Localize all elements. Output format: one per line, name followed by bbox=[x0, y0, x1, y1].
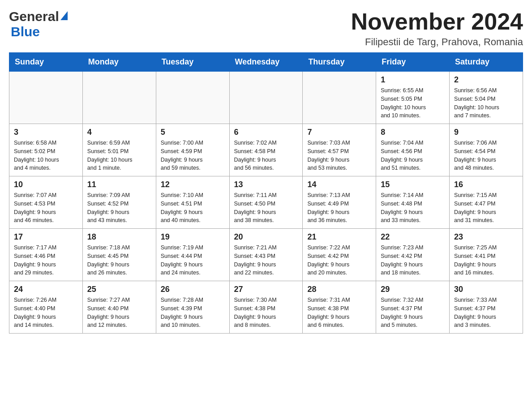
day-info: Sunrise: 7:26 AM Sunset: 4:40 PM Dayligh… bbox=[14, 296, 78, 330]
calendar-cell: 26Sunrise: 7:28 AM Sunset: 4:39 PM Dayli… bbox=[156, 281, 229, 334]
day-number: 28 bbox=[307, 285, 371, 294]
calendar-cell: 14Sunrise: 7:13 AM Sunset: 4:49 PM Dayli… bbox=[303, 176, 376, 229]
day-number: 25 bbox=[87, 285, 151, 294]
calendar-week-3: 10Sunrise: 7:07 AM Sunset: 4:53 PM Dayli… bbox=[9, 176, 523, 229]
calendar-cell: 6Sunrise: 7:02 AM Sunset: 4:58 PM Daylig… bbox=[229, 124, 303, 176]
col-wednesday: Wednesday bbox=[229, 53, 303, 72]
day-number: 14 bbox=[307, 180, 371, 189]
day-info: Sunrise: 7:11 AM Sunset: 4:50 PM Dayligh… bbox=[234, 191, 298, 225]
day-info: Sunrise: 7:02 AM Sunset: 4:58 PM Dayligh… bbox=[234, 139, 298, 172]
calendar-cell: 11Sunrise: 7:09 AM Sunset: 4:52 PM Dayli… bbox=[82, 176, 156, 229]
day-info: Sunrise: 7:23 AM Sunset: 4:42 PM Dayligh… bbox=[381, 244, 445, 277]
day-info: Sunrise: 6:55 AM Sunset: 5:05 PM Dayligh… bbox=[381, 86, 445, 120]
calendar-cell: 17Sunrise: 7:17 AM Sunset: 4:46 PM Dayli… bbox=[9, 229, 83, 281]
day-info: Sunrise: 7:30 AM Sunset: 4:38 PM Dayligh… bbox=[234, 296, 298, 330]
day-number: 5 bbox=[161, 128, 225, 137]
calendar-table: Sunday Monday Tuesday Wednesday Thursday… bbox=[9, 52, 523, 334]
calendar-cell: 1Sunrise: 6:55 AM Sunset: 5:05 PM Daylig… bbox=[376, 72, 450, 124]
day-info: Sunrise: 7:10 AM Sunset: 4:51 PM Dayligh… bbox=[161, 191, 225, 225]
calendar-week-4: 17Sunrise: 7:17 AM Sunset: 4:46 PM Dayli… bbox=[9, 229, 523, 281]
calendar-cell bbox=[9, 72, 83, 124]
day-number: 10 bbox=[14, 180, 78, 189]
day-info: Sunrise: 7:03 AM Sunset: 4:57 PM Dayligh… bbox=[307, 139, 371, 172]
day-number: 18 bbox=[87, 232, 151, 242]
page-header: General Blue November 2024 Filipestii de… bbox=[9, 9, 523, 48]
day-info: Sunrise: 6:56 AM Sunset: 5:04 PM Dayligh… bbox=[454, 86, 518, 120]
calendar-cell: 27Sunrise: 7:30 AM Sunset: 4:38 PM Dayli… bbox=[229, 281, 303, 334]
logo-general: General bbox=[9, 9, 59, 24]
calendar-cell: 4Sunrise: 6:59 AM Sunset: 5:01 PM Daylig… bbox=[82, 124, 156, 176]
calendar-week-5: 24Sunrise: 7:26 AM Sunset: 4:40 PM Dayli… bbox=[9, 281, 523, 334]
calendar-cell: 12Sunrise: 7:10 AM Sunset: 4:51 PM Dayli… bbox=[156, 176, 229, 229]
calendar-cell bbox=[82, 72, 156, 124]
day-number: 13 bbox=[234, 180, 298, 189]
calendar-cell bbox=[156, 72, 229, 124]
day-number: 23 bbox=[454, 232, 518, 242]
day-info: Sunrise: 7:18 AM Sunset: 4:45 PM Dayligh… bbox=[87, 244, 151, 277]
day-number: 7 bbox=[307, 128, 371, 137]
day-info: Sunrise: 7:21 AM Sunset: 4:43 PM Dayligh… bbox=[234, 244, 298, 277]
calendar-cell: 7Sunrise: 7:03 AM Sunset: 4:57 PM Daylig… bbox=[303, 124, 376, 176]
day-info: Sunrise: 7:25 AM Sunset: 4:41 PM Dayligh… bbox=[454, 244, 518, 277]
day-number: 21 bbox=[307, 232, 371, 242]
day-number: 12 bbox=[161, 180, 225, 189]
calendar-cell bbox=[303, 72, 376, 124]
day-number: 19 bbox=[161, 232, 225, 242]
col-thursday: Thursday bbox=[303, 53, 376, 72]
calendar-cell: 9Sunrise: 7:06 AM Sunset: 4:54 PM Daylig… bbox=[450, 124, 523, 176]
day-number: 20 bbox=[234, 232, 298, 242]
calendar-cell: 16Sunrise: 7:15 AM Sunset: 4:47 PM Dayli… bbox=[450, 176, 523, 229]
day-number: 22 bbox=[381, 232, 445, 242]
day-info: Sunrise: 7:09 AM Sunset: 4:52 PM Dayligh… bbox=[87, 191, 151, 225]
calendar-header-row: Sunday Monday Tuesday Wednesday Thursday… bbox=[9, 53, 523, 72]
calendar-cell: 13Sunrise: 7:11 AM Sunset: 4:50 PM Dayli… bbox=[229, 176, 303, 229]
page-subtitle: Filipestii de Targ, Prahova, Romania bbox=[351, 36, 523, 48]
calendar-cell: 23Sunrise: 7:25 AM Sunset: 4:41 PM Dayli… bbox=[450, 229, 523, 281]
calendar-cell: 2Sunrise: 6:56 AM Sunset: 5:04 PM Daylig… bbox=[450, 72, 523, 124]
day-info: Sunrise: 7:32 AM Sunset: 4:37 PM Dayligh… bbox=[381, 296, 445, 330]
day-info: Sunrise: 7:07 AM Sunset: 4:53 PM Dayligh… bbox=[14, 191, 78, 225]
day-info: Sunrise: 6:58 AM Sunset: 5:02 PM Dayligh… bbox=[14, 139, 78, 172]
day-number: 8 bbox=[381, 128, 445, 137]
calendar-cell: 29Sunrise: 7:32 AM Sunset: 4:37 PM Dayli… bbox=[376, 281, 450, 334]
calendar-cell: 25Sunrise: 7:27 AM Sunset: 4:40 PM Dayli… bbox=[82, 281, 156, 334]
logo-arrow-icon bbox=[60, 11, 68, 20]
calendar-cell: 24Sunrise: 7:26 AM Sunset: 4:40 PM Dayli… bbox=[9, 281, 83, 334]
calendar-cell: 15Sunrise: 7:14 AM Sunset: 4:48 PM Dayli… bbox=[376, 176, 450, 229]
calendar-week-1: 1Sunrise: 6:55 AM Sunset: 5:05 PM Daylig… bbox=[9, 72, 523, 124]
calendar-cell: 10Sunrise: 7:07 AM Sunset: 4:53 PM Dayli… bbox=[9, 176, 83, 229]
day-info: Sunrise: 7:19 AM Sunset: 4:44 PM Dayligh… bbox=[161, 244, 225, 277]
calendar-cell: 30Sunrise: 7:33 AM Sunset: 4:37 PM Dayli… bbox=[450, 281, 523, 334]
day-info: Sunrise: 7:06 AM Sunset: 4:54 PM Dayligh… bbox=[454, 139, 518, 172]
day-info: Sunrise: 7:00 AM Sunset: 4:59 PM Dayligh… bbox=[161, 139, 225, 172]
day-number: 2 bbox=[454, 75, 518, 85]
calendar-cell: 18Sunrise: 7:18 AM Sunset: 4:45 PM Dayli… bbox=[82, 229, 156, 281]
day-number: 24 bbox=[14, 285, 78, 294]
day-info: Sunrise: 7:17 AM Sunset: 4:46 PM Dayligh… bbox=[14, 244, 78, 277]
day-number: 9 bbox=[454, 128, 518, 137]
day-number: 26 bbox=[161, 285, 225, 294]
calendar-cell: 22Sunrise: 7:23 AM Sunset: 4:42 PM Dayli… bbox=[376, 229, 450, 281]
day-number: 17 bbox=[14, 232, 78, 242]
day-number: 27 bbox=[234, 285, 298, 294]
day-number: 1 bbox=[381, 75, 445, 85]
col-saturday: Saturday bbox=[450, 53, 523, 72]
title-section: November 2024 Filipestii de Targ, Prahov… bbox=[351, 9, 523, 48]
calendar-cell: 21Sunrise: 7:22 AM Sunset: 4:42 PM Dayli… bbox=[303, 229, 376, 281]
day-number: 15 bbox=[381, 180, 445, 189]
day-number: 3 bbox=[14, 128, 78, 137]
calendar-cell: 20Sunrise: 7:21 AM Sunset: 4:43 PM Dayli… bbox=[229, 229, 303, 281]
day-number: 11 bbox=[87, 180, 151, 189]
logo-blue: Blue bbox=[11, 24, 68, 39]
day-info: Sunrise: 6:59 AM Sunset: 5:01 PM Dayligh… bbox=[87, 139, 151, 172]
col-monday: Monday bbox=[82, 53, 156, 72]
day-number: 30 bbox=[454, 285, 518, 294]
day-number: 29 bbox=[381, 285, 445, 294]
day-info: Sunrise: 7:27 AM Sunset: 4:40 PM Dayligh… bbox=[87, 296, 151, 330]
calendar-cell: 28Sunrise: 7:31 AM Sunset: 4:38 PM Dayli… bbox=[303, 281, 376, 334]
day-info: Sunrise: 7:22 AM Sunset: 4:42 PM Dayligh… bbox=[307, 244, 371, 277]
calendar-week-2: 3Sunrise: 6:58 AM Sunset: 5:02 PM Daylig… bbox=[9, 124, 523, 176]
day-info: Sunrise: 7:31 AM Sunset: 4:38 PM Dayligh… bbox=[307, 296, 371, 330]
calendar-cell: 3Sunrise: 6:58 AM Sunset: 5:02 PM Daylig… bbox=[9, 124, 83, 176]
col-sunday: Sunday bbox=[9, 53, 83, 72]
